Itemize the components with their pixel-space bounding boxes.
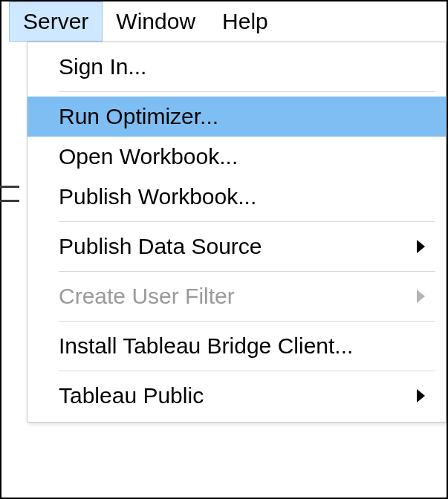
menu-item-publish-data-source[interactable]: Publish Data Source: [27, 226, 446, 267]
background-content-hint: [0, 186, 19, 202]
menu-item-publish-workbook[interactable]: Publish Workbook...: [27, 177, 446, 217]
menu-item-create-user-filter: Create User Filter: [27, 276, 446, 316]
menu-separator: [59, 91, 435, 92]
menu-item-label: Publish Workbook...: [59, 184, 256, 209]
menubar: Server Window Help: [1, 1, 447, 42]
submenu-arrow-icon: [417, 389, 425, 402]
server-dropdown-menu: Sign In... Run Optimizer... Open Workboo…: [27, 42, 447, 423]
menubar-item-label: Window: [116, 9, 195, 34]
submenu-arrow-icon: [417, 240, 425, 253]
menu-separator: [59, 371, 435, 371]
menu-item-open-workbook[interactable]: Open Workbook...: [27, 137, 446, 177]
submenu-arrow-icon: [417, 290, 425, 303]
menu-item-run-optimizer[interactable]: Run Optimizer...: [27, 97, 446, 137]
menubar-item-label: Server: [23, 9, 88, 34]
menu-separator: [59, 321, 435, 322]
menubar-item-server[interactable]: Server: [9, 1, 103, 42]
menu-item-label: Tableau Public: [59, 383, 204, 408]
app-window: Server Window Help Sign In... Run Optimi…: [0, 0, 448, 499]
menu-item-label: Sign In...: [59, 54, 146, 79]
menu-item-label: Run Optimizer...: [59, 104, 218, 129]
menu-item-label: Create User Filter: [59, 284, 235, 309]
menu-item-label: Open Workbook...: [59, 144, 238, 169]
menu-separator: [59, 271, 435, 272]
menubar-item-help[interactable]: Help: [209, 1, 282, 42]
menubar-item-label: Help: [222, 9, 268, 34]
menu-item-label: Install Tableau Bridge Client...: [59, 333, 353, 359]
menu-item-sign-in[interactable]: Sign In...: [27, 47, 446, 87]
menubar-item-window[interactable]: Window: [103, 1, 209, 42]
menu-item-tableau-public[interactable]: Tableau Public: [27, 376, 446, 416]
menu-item-install-tableau-bridge-client[interactable]: Install Tableau Bridge Client...: [27, 326, 446, 366]
menu-separator: [59, 221, 435, 222]
menu-item-label: Publish Data Source: [59, 234, 262, 259]
